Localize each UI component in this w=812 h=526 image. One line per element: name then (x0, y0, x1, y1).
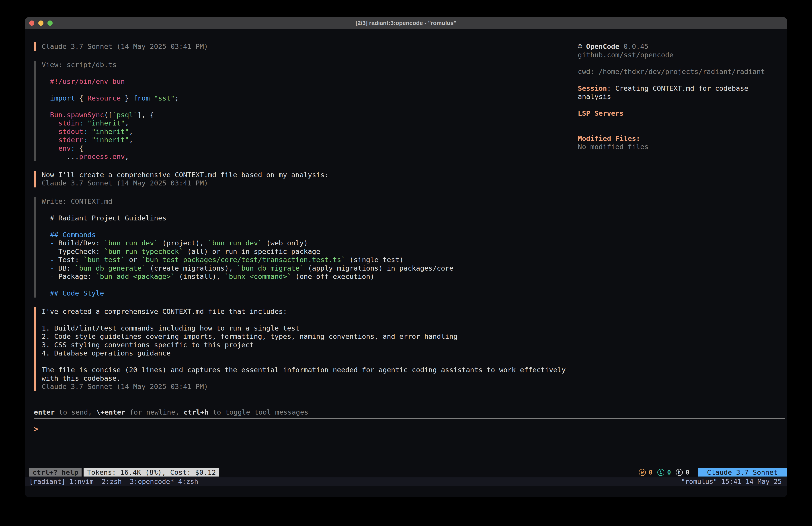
text-span (42, 119, 58, 127)
tool-call-block: Write: CONTEXT.md # Radiant Project Guid… (34, 197, 569, 298)
text-span: (single test) (345, 256, 403, 264)
text-span: `bun add <package>` (96, 272, 175, 280)
keybinding-help-line: enter to send, \+enter for newline, ctrl… (34, 408, 308, 416)
text-span: `bun test packages/core/test/transaction… (142, 256, 345, 264)
text-span: , (125, 119, 129, 127)
text-span: I've created a comprehensive CONTEXT.md … (42, 307, 287, 315)
tmux-host-clock: "romulus" 15:41 14-May-25 (681, 478, 782, 486)
text-span: Write: CONTEXT.md (42, 197, 112, 205)
assistant-message-block: Claude 3.7 Sonnet (14 May 2025 03:41 PM) (34, 42, 569, 51)
text-span: github.com/sst/opencode (578, 51, 673, 59)
text-span (87, 136, 91, 144)
i-circle-icon: i (657, 469, 664, 476)
text-span: : (83, 136, 88, 144)
text-span: } (121, 94, 133, 102)
text-span: (project), (158, 239, 208, 247)
terminal-line: Session: Creating CONTEXT.md for codebas… (578, 84, 785, 93)
text-span: "inherit" (91, 136, 129, 144)
text-span: © (578, 42, 586, 51)
text-span: stdout (58, 127, 83, 136)
text-span: : (79, 119, 83, 127)
text-span: { (75, 144, 83, 152)
terminal-line: env: { (42, 144, 569, 153)
text-span (42, 144, 58, 152)
terminal-line: Claude 3.7 Sonnet (14 May 2025 03:41 PM) (42, 179, 569, 187)
text-span: View: script/db.ts (42, 61, 117, 69)
text-span: - (50, 239, 54, 247)
text-span: 3. CSS styling conventions specific to t… (42, 341, 254, 349)
text-span: Claude 3.7 Sonnet (14 May 2025 03:41 PM) (42, 179, 208, 187)
terminal-line (42, 205, 569, 214)
text-span: Modified Files: (578, 134, 640, 142)
terminal-line: ## Code Style (42, 289, 569, 298)
text-span: Test: (54, 256, 83, 264)
help-shortcut-badge: ctrl+? help (29, 468, 82, 477)
diagnostic-counters: w0i0h0 (639, 469, 692, 476)
terminal-line (42, 316, 569, 324)
text-span: 4. Database operations guidance (42, 349, 171, 357)
terminal-line (42, 102, 569, 111)
terminal-line: Modified Files: (578, 134, 785, 143)
terminal-line: - DB: `bun db generate` (create migratio… (42, 264, 569, 273)
prompt-input[interactable]: > (34, 425, 38, 433)
text-span (150, 94, 154, 102)
text-span: (all) or run in specific package (183, 247, 320, 255)
text-span: : Creating CONTEXT.md for codebase (607, 84, 749, 92)
terminal-line: No modified files (578, 143, 785, 151)
window-titlebar[interactable]: [2/3] radiant:3:opencode - "romulus" (25, 17, 787, 29)
window-title: [2/3] radiant:3:opencode - "romulus" (25, 19, 787, 27)
h-circle-icon: h (676, 469, 683, 476)
text-span: Bun.spawnSync (50, 111, 104, 119)
text-span: from (133, 94, 150, 102)
terminal-line: I've created a comprehensive CONTEXT.md … (42, 307, 569, 316)
tmux-window-list[interactable]: [radiant] 1:nvim 2:zsh- 3:opencode* 4:zs… (29, 478, 198, 486)
text-span: : (83, 127, 88, 136)
text-span: LSP Servers (578, 109, 623, 117)
terminal-line: enter to send, \+enter for newline, ctrl… (34, 408, 308, 416)
terminal-line (578, 118, 785, 126)
text-span: - (50, 256, 54, 264)
text-span: 1. Build/lint/test commands including ho… (42, 324, 300, 332)
terminal-line: ...process.env, (42, 153, 569, 161)
prompt-symbol: > (34, 425, 38, 433)
text-span: `bun run dev` (208, 239, 262, 247)
terminal-line: - TypeCheck: `bun run typecheck` (all) o… (42, 247, 569, 256)
terminal-line (578, 76, 785, 84)
terminal-line: © OpenCode 0.0.45 (578, 42, 785, 51)
terminal-line: - Test: `bun test` or `bun test packages… (42, 256, 569, 264)
terminal-window: [2/3] radiant:3:opencode - "romulus" Cla… (25, 17, 787, 497)
text-span: TypeCheck: (54, 247, 104, 255)
assistant-message-block: I've created a comprehensive CONTEXT.md … (34, 307, 569, 391)
text-span: # Radiant Project Guidelines (42, 214, 166, 222)
terminal-line: github.com/sst/opencode (578, 51, 785, 59)
text-span: ## Commands (50, 231, 96, 239)
terminal-line: with this codebase. (42, 374, 569, 383)
text-span: , (129, 136, 133, 144)
terminal-line: 3. CSS styling conventions specific to t… (42, 341, 569, 349)
model-badge: Claude 3.7 Sonnet (698, 468, 787, 477)
text-span (87, 127, 91, 136)
session-sidebar: © OpenCode 0.0.45github.com/sst/opencode… (578, 42, 785, 151)
text-span: `bun run typecheck` (104, 247, 183, 255)
terminal-line: analysis (578, 93, 785, 101)
text-span: - (50, 247, 54, 255)
text-span: `psql` (112, 111, 137, 119)
text-span (42, 239, 50, 247)
text-span (83, 119, 88, 127)
terminal-line (42, 222, 569, 231)
text-span: Now I'll create a comprehensive CONTEXT.… (42, 171, 329, 179)
text-span: `bun db generate` (75, 264, 145, 272)
text-span: "inherit" (91, 127, 129, 136)
text-span: , (129, 127, 133, 136)
text-span: 0.0.45 (620, 42, 649, 51)
text-span: `bun db migrate` (237, 264, 304, 272)
terminal-line: 1. Build/lint/test commands including ho… (42, 324, 569, 332)
text-span: stderr (58, 136, 83, 144)
w-count: 0 (649, 469, 652, 476)
terminal-line: #!/usr/bin/env bun (42, 77, 569, 86)
text-span: to toggle tool messages (208, 408, 308, 416)
text-span (42, 289, 50, 297)
text-span: #!/usr/bin/env bun (42, 77, 125, 85)
w-circle-icon: w (639, 469, 646, 476)
terminal-line: Bun.spawnSync([`psql`], { (42, 111, 569, 119)
